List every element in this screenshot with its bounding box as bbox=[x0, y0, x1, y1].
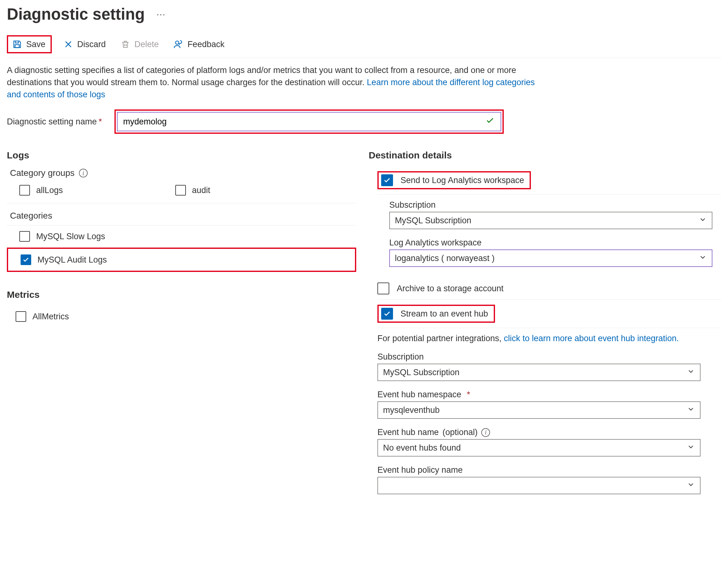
eh-namespace-label: Event hub namespace bbox=[377, 390, 461, 399]
send-law-checkbox[interactable] bbox=[381, 174, 393, 186]
alllogs-checkbox-row[interactable]: allLogs bbox=[19, 185, 63, 196]
chevron-down-icon bbox=[699, 215, 707, 226]
intro-text: A diagnostic setting specifies a list of… bbox=[7, 64, 537, 101]
discard-button[interactable]: Discard bbox=[60, 37, 109, 51]
destination-heading: Destination details bbox=[369, 150, 721, 161]
required-star: * bbox=[99, 117, 102, 126]
setting-name-input[interactable] bbox=[118, 113, 501, 131]
eh-namespace-select[interactable]: mysqleventhub bbox=[377, 401, 701, 419]
eh-name-select[interactable]: No event hubs found bbox=[377, 439, 701, 457]
chevron-down-icon bbox=[687, 405, 695, 415]
mysql-slow-logs-label: MySQL Slow Logs bbox=[36, 232, 105, 241]
chevron-down-icon bbox=[687, 367, 695, 378]
save-label: Save bbox=[26, 40, 46, 49]
allmetrics-row[interactable]: AllMetrics bbox=[7, 306, 356, 327]
eh-namespace-value: mysqleventhub bbox=[383, 405, 440, 415]
chevron-down-icon bbox=[687, 481, 695, 491]
eh-subscription-select[interactable]: MySQL Subscription bbox=[377, 364, 701, 381]
setting-name-label: Diagnostic setting name* bbox=[7, 117, 102, 127]
alllogs-checkbox[interactable] bbox=[19, 185, 30, 196]
allmetrics-checkbox[interactable] bbox=[16, 311, 26, 322]
mysql-audit-logs-row[interactable]: MySQL Audit Logs bbox=[8, 249, 355, 271]
alllogs-label: allLogs bbox=[36, 186, 63, 195]
archive-storage-row[interactable]: Archive to a storage account bbox=[377, 278, 721, 300]
stream-eventhub-row[interactable]: Stream to an event hub bbox=[381, 308, 488, 320]
svg-rect-0 bbox=[15, 45, 19, 47]
archive-storage-label: Archive to a storage account bbox=[397, 284, 503, 293]
logs-heading: Logs bbox=[7, 150, 356, 161]
audit-group-checkbox-row[interactable]: audit bbox=[175, 185, 211, 196]
audit-group-label: audit bbox=[192, 186, 211, 195]
svg-point-1 bbox=[176, 41, 179, 44]
delete-button: Delete bbox=[117, 37, 162, 51]
law-workspace-label: Log Analytics workspace bbox=[389, 238, 721, 248]
eh-name-label-optional: (optional) bbox=[443, 428, 478, 437]
feedback-label: Feedback bbox=[187, 40, 225, 49]
categories-label: Categories bbox=[10, 211, 356, 221]
law-subscription-select[interactable]: MySQL Subscription bbox=[389, 212, 712, 229]
eh-subscription-label: Subscription bbox=[377, 352, 721, 362]
mysql-audit-logs-checkbox[interactable] bbox=[21, 254, 31, 265]
mysql-slow-logs-checkbox[interactable] bbox=[19, 231, 30, 242]
save-icon bbox=[12, 39, 22, 50]
info-icon[interactable]: i bbox=[481, 428, 490, 437]
archive-storage-checkbox[interactable] bbox=[377, 283, 389, 294]
info-icon[interactable]: i bbox=[79, 169, 88, 177]
page-header: Diagnostic setting ··· bbox=[7, 5, 721, 23]
eh-policy-select[interactable] bbox=[377, 477, 701, 494]
stream-eventhub-label: Stream to an event hub bbox=[400, 309, 488, 319]
required-star: * bbox=[467, 390, 470, 399]
chevron-down-icon bbox=[687, 443, 695, 453]
allmetrics-label: AllMetrics bbox=[32, 312, 69, 322]
stream-eventhub-checkbox[interactable] bbox=[381, 308, 393, 320]
eh-name-label-pre: Event hub name bbox=[377, 428, 439, 437]
command-bar: Save Discard Delete Feedback bbox=[7, 33, 721, 58]
discard-label: Discard bbox=[77, 40, 106, 49]
law-workspace-select[interactable]: loganalytics ( norwayeast ) bbox=[389, 249, 712, 267]
trash-icon bbox=[120, 39, 131, 50]
eh-subscription-value: MySQL Subscription bbox=[383, 368, 459, 377]
mysql-audit-logs-label: MySQL Audit Logs bbox=[37, 255, 107, 265]
page-title: Diagnostic setting bbox=[7, 5, 145, 23]
eh-policy-label: Event hub policy name bbox=[377, 465, 721, 475]
category-groups-label: Category groups bbox=[10, 168, 75, 178]
chevron-down-icon bbox=[699, 253, 707, 264]
more-actions-button[interactable]: ··· bbox=[153, 7, 169, 21]
eventhub-learn-more-link[interactable]: click to learn more about event hub inte… bbox=[504, 334, 679, 343]
close-icon bbox=[63, 39, 74, 50]
mysql-slow-logs-row[interactable]: MySQL Slow Logs bbox=[7, 225, 356, 248]
law-workspace-value: loganalytics ( norwayeast ) bbox=[395, 254, 495, 263]
delete-label: Delete bbox=[134, 40, 159, 49]
save-button[interactable]: Save bbox=[9, 37, 49, 51]
valid-check-icon bbox=[486, 116, 494, 127]
eh-name-value: No event hubs found bbox=[383, 443, 461, 453]
law-subscription-label: Subscription bbox=[389, 200, 721, 210]
law-subscription-value: MySQL Subscription bbox=[395, 216, 471, 225]
eventhub-note-pre: For potential partner integrations, bbox=[377, 334, 504, 343]
feedback-button[interactable]: Feedback bbox=[170, 37, 228, 51]
send-law-row[interactable]: Send to Log Analytics workspace bbox=[381, 174, 524, 186]
metrics-heading: Metrics bbox=[7, 289, 356, 300]
feedback-icon bbox=[173, 39, 184, 50]
audit-group-checkbox[interactable] bbox=[175, 185, 186, 196]
send-law-label: Send to Log Analytics workspace bbox=[400, 176, 524, 185]
